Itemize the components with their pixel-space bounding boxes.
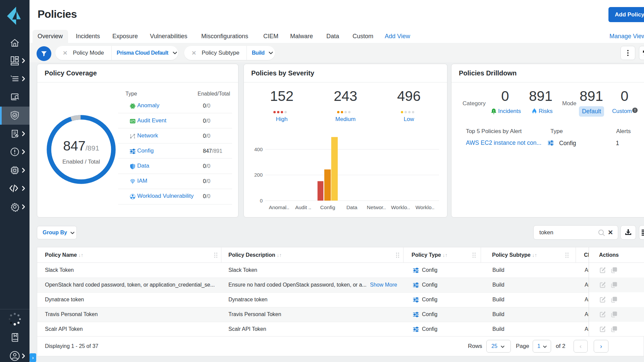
svg-text:Anomal..: Anomal.. bbox=[269, 204, 289, 210]
svg-text:0: 0 bbox=[260, 198, 263, 203]
svg-text:Config: Config bbox=[320, 204, 335, 210]
svg-text:Data: Data bbox=[346, 204, 358, 210]
svg-text:!: ! bbox=[634, 108, 636, 112]
svg-text:Networ..: Networ.. bbox=[367, 204, 386, 210]
svg-text:200: 200 bbox=[254, 172, 263, 178]
svg-text:!: ! bbox=[493, 109, 494, 113]
svg-text:400: 400 bbox=[254, 146, 263, 152]
svg-text:Audit ..: Audit .. bbox=[295, 204, 311, 210]
svg-text:Worklo..: Worklo.. bbox=[391, 204, 410, 210]
svg-text:Worklo..: Worklo.. bbox=[416, 204, 435, 210]
